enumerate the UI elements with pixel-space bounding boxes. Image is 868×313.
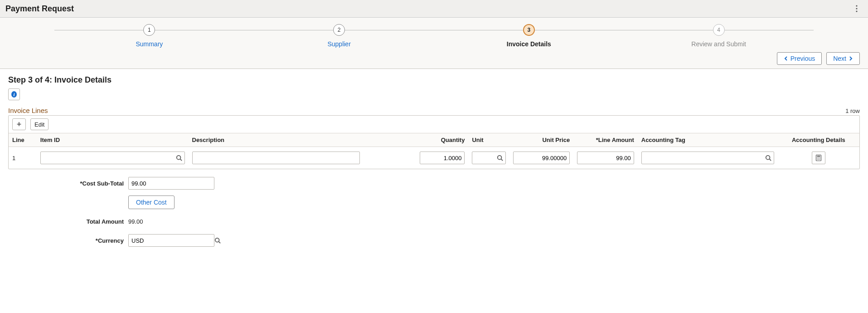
page-title: Payment Request	[5, 4, 74, 14]
cost-subtotal-input[interactable]	[128, 177, 214, 190]
svg-point-14	[817, 159, 818, 160]
svg-point-15	[818, 159, 819, 160]
svg-line-4	[180, 159, 182, 161]
cell-line: 1	[9, 147, 37, 169]
cell-unit	[468, 147, 509, 169]
step-title: Step 3 of 4: Invoice Details	[8, 75, 860, 85]
currency-label: *Currency	[8, 237, 128, 244]
total-amount-label: Total Amount	[8, 218, 128, 225]
cell-quantity	[416, 147, 469, 169]
more-actions-button[interactable]	[851, 3, 863, 15]
next-button-label: Next	[833, 55, 846, 62]
search-icon	[765, 155, 771, 161]
wizard-step-circle: 3	[523, 24, 535, 36]
total-amount-value: 99.00	[128, 218, 143, 225]
previous-button[interactable]: Previous	[777, 52, 822, 65]
info-button[interactable]: i	[8, 88, 20, 100]
accounting-tag-input[interactable]	[641, 152, 774, 164]
col-line: Line	[9, 133, 37, 147]
wizard-step-number: 4	[717, 27, 720, 33]
vertical-dots-icon	[856, 5, 858, 12]
section-title-row: Invoice Lines 1 row	[8, 107, 860, 114]
currency-lookup-button[interactable]	[212, 234, 223, 247]
svg-point-13	[820, 157, 820, 158]
wizard-step-circle: 2	[333, 24, 345, 36]
chevron-left-icon	[784, 56, 788, 61]
col-quantity: Quantity	[416, 133, 469, 147]
next-button[interactable]: Next	[826, 52, 860, 65]
svg-point-11	[817, 157, 818, 158]
wizard-step-number: 1	[148, 27, 151, 33]
col-description: Description	[189, 133, 364, 147]
unit-price-input[interactable]	[513, 152, 570, 164]
svg-line-8	[769, 159, 771, 161]
calculator-icon	[815, 154, 822, 161]
header-actions	[851, 3, 863, 15]
wizard-step-supplier[interactable]: 2 Supplier	[244, 24, 434, 48]
quantity-input[interactable]	[420, 152, 465, 164]
wizard-step-review-submit: 4 Review and Submit	[624, 24, 814, 48]
col-unit: Unit	[468, 133, 509, 147]
currency-lookup	[128, 234, 223, 247]
invoice-lines-table: Line Item ID Description Quantity Unit U…	[9, 133, 859, 169]
search-icon	[497, 155, 503, 161]
table-row: 1	[9, 147, 859, 169]
page-header: Payment Request	[0, 0, 868, 18]
svg-point-12	[818, 157, 819, 158]
search-icon	[214, 237, 221, 244]
item-id-lookup-button[interactable]	[173, 152, 185, 164]
wizard-step-label: Review and Submit	[691, 40, 746, 48]
svg-rect-10	[817, 156, 820, 156]
svg-point-1	[856, 8, 857, 9]
col-item-id: Item ID	[37, 133, 189, 147]
svg-line-6	[501, 159, 503, 161]
search-icon	[176, 155, 182, 161]
wizard-track: 1 Summary 2 Supplier 3 Invoice Details 4…	[54, 24, 814, 48]
unit-lookup-button[interactable]	[494, 152, 506, 164]
svg-point-2	[856, 10, 857, 12]
other-cost-button[interactable]: Other Cost	[128, 196, 175, 209]
item-id-lookup	[40, 152, 185, 164]
total-amount-row: Total Amount 99.00	[8, 214, 860, 229]
wizard-step-invoice-details: 3 Invoice Details	[434, 24, 624, 48]
totals-form: *Cost Sub-Total Other Cost Total Amount …	[8, 176, 860, 248]
wizard-step-label: Invoice Details	[507, 40, 551, 48]
svg-line-18	[219, 242, 221, 244]
accounting-details-button[interactable]	[812, 152, 825, 164]
cost-subtotal-row: *Cost Sub-Total	[8, 176, 860, 191]
wizard-step-number: 2	[338, 27, 341, 33]
col-accounting-details: Accounting Details	[778, 133, 859, 147]
chevron-right-icon	[849, 56, 853, 61]
cell-unit-price	[509, 147, 574, 169]
cost-subtotal-label: *Cost Sub-Total	[8, 180, 128, 187]
svg-point-5	[497, 156, 501, 160]
wizard-step-label[interactable]: Summary	[136, 40, 163, 48]
wizard-nav: Previous Next	[0, 48, 868, 65]
other-cost-row: Other Cost	[8, 195, 860, 210]
wizard-step-label[interactable]: Supplier	[327, 40, 350, 48]
previous-button-label: Previous	[790, 55, 815, 62]
wizard-step-circle: 4	[713, 24, 725, 36]
cell-line-amount	[573, 147, 638, 169]
line-amount-input[interactable]	[577, 152, 634, 164]
add-row-button[interactable]: +	[12, 118, 26, 130]
cell-accounting-tag	[638, 147, 778, 169]
currency-input[interactable]	[128, 234, 214, 247]
svg-point-3	[176, 156, 180, 160]
table-header-row: Line Item ID Description Quantity Unit U…	[9, 133, 859, 147]
cell-spacer	[364, 147, 416, 169]
svg-point-0	[856, 5, 857, 6]
cell-description	[189, 147, 364, 169]
item-id-input[interactable]	[40, 152, 185, 164]
wizard-strip: 1 Summary 2 Supplier 3 Invoice Details 4…	[0, 18, 868, 69]
accounting-tag-lookup-button[interactable]	[762, 152, 774, 164]
description-input[interactable]	[192, 152, 360, 164]
info-icon: i	[11, 91, 17, 98]
wizard-step-summary[interactable]: 1 Summary	[54, 24, 244, 48]
edit-button[interactable]: Edit	[30, 118, 48, 130]
invoice-lines-grid: + Edit Line Item ID Descri	[8, 115, 860, 169]
wizard-step-circle: 1	[143, 24, 155, 36]
plus-icon: +	[17, 120, 22, 129]
col-spacer	[364, 133, 416, 147]
content-area: Step 3 of 4: Invoice Details i Invoice L…	[0, 69, 868, 258]
